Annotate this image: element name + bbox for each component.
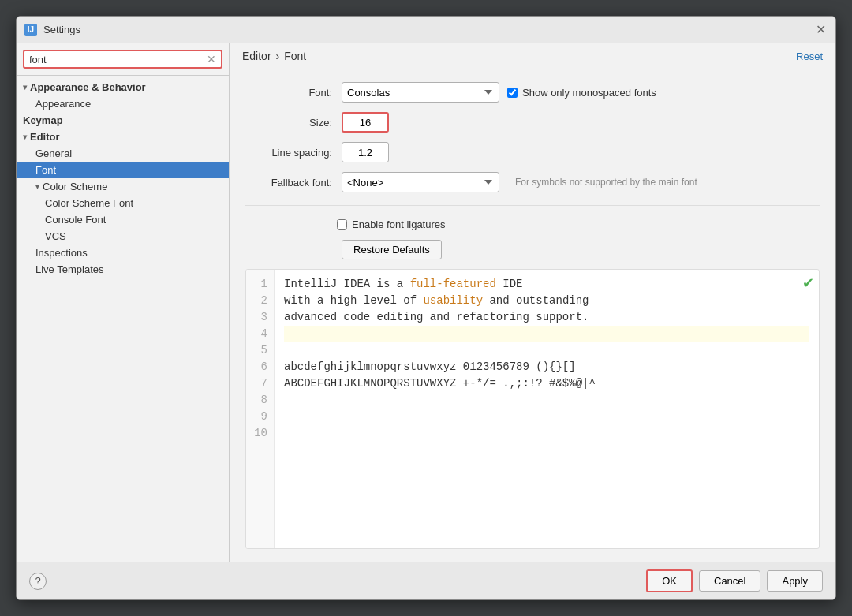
sidebar-item-general[interactable]: General xyxy=(17,145,229,162)
sidebar-item-appearance-behavior[interactable]: ▾ Appearance & Behavior xyxy=(17,79,229,95)
size-row: Size: xyxy=(245,112,820,133)
restore-row: Restore Defaults xyxy=(245,240,820,259)
fallback-font-select[interactable]: <None> xyxy=(342,172,499,192)
title-bar: IJ Settings ✕ xyxy=(17,17,835,43)
help-button[interactable]: ? xyxy=(29,573,47,590)
show-monospaced-checkbox[interactable] xyxy=(507,88,518,98)
main-content: Editor › Font Reset Font: Consolas xyxy=(230,43,835,562)
apply-button[interactable]: Apply xyxy=(767,570,823,592)
dialog-body: ✕ ▾ Appearance & Behavior Appearance Key… xyxy=(17,43,835,562)
show-monospaced-row: Show only monospaced fonts xyxy=(507,87,656,99)
arrow-icon: ▾ xyxy=(23,83,27,91)
sidebar-item-color-scheme-font[interactable]: Color Scheme Font xyxy=(17,195,229,211)
divider xyxy=(245,205,820,206)
font-row: Font: Consolas Show only monospaced font… xyxy=(245,82,820,103)
line-num-10: 10 xyxy=(254,425,267,442)
line-num-7: 7 xyxy=(261,375,267,392)
font-select-wrap: Consolas Show only monospaced fonts xyxy=(342,82,656,103)
preview-area: 1 2 3 4 5 6 7 8 9 10 IntelliJ IDEA is a … xyxy=(245,269,820,549)
size-field-label: Size: xyxy=(245,117,332,129)
settings-tree: ▾ Appearance & Behavior Appearance Keyma… xyxy=(17,76,229,562)
sidebar-item-inspections[interactable]: Inspections xyxy=(17,245,229,261)
footer-right: OK Cancel Apply xyxy=(646,569,823,592)
search-input-wrap: ✕ xyxy=(23,50,222,69)
sidebar-item-live-templates[interactable]: Live Templates xyxy=(17,261,229,278)
arrow-icon: ▾ xyxy=(23,133,27,141)
line-num-9: 9 xyxy=(261,409,267,425)
ligatures-label: Enable font ligatures xyxy=(352,218,446,230)
line-spacing-row: Line spacing: xyxy=(245,142,820,162)
font-select[interactable]: Consolas xyxy=(342,82,499,103)
ligatures-checkbox[interactable] xyxy=(337,219,347,230)
cancel-button[interactable]: Cancel xyxy=(699,570,760,592)
line-num-6: 6 xyxy=(261,359,267,375)
app-icon: IJ xyxy=(24,24,37,36)
search-clear-icon[interactable]: ✕ xyxy=(207,53,216,65)
sidebar-item-color-scheme[interactable]: ▾ Color Scheme xyxy=(17,178,229,195)
ok-button[interactable]: OK xyxy=(646,569,693,592)
line-num-2: 2 xyxy=(261,293,267,309)
line-num-8: 8 xyxy=(261,392,267,409)
breadcrumb: Editor › Font xyxy=(242,50,306,62)
line-num-4: 4 xyxy=(261,326,267,342)
line-spacing-label: Line spacing: xyxy=(245,147,332,159)
close-button[interactable]: ✕ xyxy=(813,23,828,37)
dialog-footer: ? OK Cancel Apply xyxy=(17,562,835,599)
code-preview: IntelliJ IDEA is a full-featured IDE wit… xyxy=(275,270,819,548)
sidebar-item-appearance[interactable]: Appearance xyxy=(17,95,229,112)
search-bar: ✕ xyxy=(17,43,229,76)
dialog-title: Settings xyxy=(43,24,807,35)
fallback-font-row: Fallback font: <None> For symbols not su… xyxy=(245,172,820,192)
sidebar-item-editor[interactable]: ▾ Editor xyxy=(17,129,229,145)
restore-defaults-button[interactable]: Restore Defaults xyxy=(342,240,442,259)
sidebar-item-console-font[interactable]: Console Font xyxy=(17,211,229,228)
fallback-font-label: Fallback font: xyxy=(245,177,332,189)
arrow-icon: ▾ xyxy=(36,182,39,191)
settings-area: Font: Consolas Show only monospaced font… xyxy=(230,69,835,562)
breadcrumb-font: Font xyxy=(284,50,306,62)
line-num-3: 3 xyxy=(261,309,267,326)
line-num-5: 5 xyxy=(261,342,267,359)
size-input[interactable] xyxy=(342,112,389,133)
breadcrumb-separator: › xyxy=(276,50,280,62)
reset-link[interactable]: Reset xyxy=(796,50,823,62)
search-input[interactable] xyxy=(29,54,204,65)
tick-icon: ✔ xyxy=(802,274,814,292)
show-monospaced-label: Show only monospaced fonts xyxy=(522,87,656,99)
line-spacing-input[interactable] xyxy=(342,142,389,162)
fallback-hint: For symbols not supported by the main fo… xyxy=(515,177,697,188)
breadcrumb-bar: Editor › Font Reset xyxy=(230,43,835,69)
sidebar-item-vcs[interactable]: VCS xyxy=(17,228,229,245)
sidebar: ✕ ▾ Appearance & Behavior Appearance Key… xyxy=(17,43,230,562)
sidebar-item-font[interactable]: Font xyxy=(17,162,229,178)
sidebar-item-keymap[interactable]: Keymap xyxy=(17,112,229,129)
line-numbers: 1 2 3 4 5 6 7 8 9 10 xyxy=(246,270,275,548)
footer-left: ? xyxy=(29,573,47,590)
breadcrumb-editor: Editor xyxy=(242,50,271,62)
ligatures-row: Enable font ligatures xyxy=(245,218,820,230)
font-field-label: Font: xyxy=(245,87,332,99)
line-num-1: 1 xyxy=(261,276,267,293)
settings-dialog: IJ Settings ✕ ✕ ▾ Appearance & Behavior … xyxy=(16,16,836,600)
